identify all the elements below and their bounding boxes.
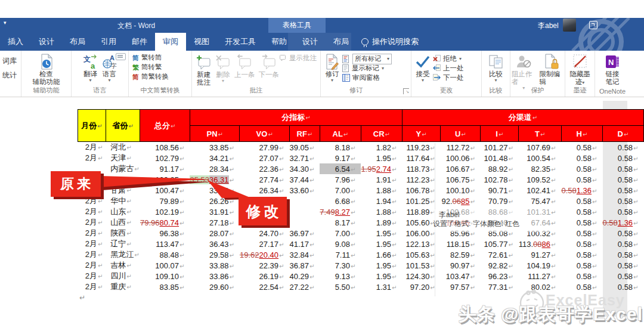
table-cell[interactable]: 102.78↵ — [481, 174, 519, 185]
show-markup-button[interactable]: 显示标记 ▾ — [342, 64, 392, 73]
table-cell[interactable]: 101.53↵ — [402, 260, 440, 271]
table-cell[interactable]: 101.48↵ — [481, 153, 519, 163]
table-cell[interactable]: 0.58↵ — [602, 142, 643, 153]
thesaurus-button[interactable]: 词库 — [2, 56, 20, 66]
table-cell[interactable]: 27.17↵ — [240, 239, 289, 249]
table-cell[interactable]: 28.34↵ — [190, 163, 239, 174]
table-cell[interactable]: 2月↵ — [78, 228, 106, 239]
table-cell[interactable]: 0.58↵ — [602, 185, 643, 196]
table-cell[interactable]: 107.69↵ — [519, 142, 562, 153]
table-cell[interactable]: 华中↵ — [106, 196, 140, 206]
table-cell[interactable]: 1.95↵ — [361, 239, 402, 249]
table-cell[interactable]: 22.54↵ — [240, 281, 289, 292]
compare-button[interactable]: 比较 ▾ — [487, 52, 505, 83]
table-cell[interactable]: 1.95↵ — [361, 260, 402, 271]
table-cell[interactable]: 26.19↵ — [240, 271, 289, 281]
table-cell[interactable]: 2月↵ — [78, 260, 106, 271]
tab-4[interactable]: 邮件 — [124, 33, 155, 51]
check-accessibility-button[interactable]: 检查 辅助功能 — [32, 52, 61, 86]
table-cell[interactable]: 32.71↵ — [289, 153, 320, 163]
reviewing-pane-button[interactable]: 审阅窗格 — [342, 73, 392, 82]
table-cell[interactable]: 75.47↵ — [519, 196, 562, 206]
table-cell[interactable]: 102.41↵ — [519, 185, 562, 196]
table-cell[interactable]: 33.60↵ — [289, 185, 320, 196]
table-cell[interactable]: 0.58↵ — [561, 249, 602, 260]
block-authors-button[interactable]: 阻止作者 ▾ — [510, 52, 537, 91]
table-cell[interactable]: 0.58↵ — [561, 271, 602, 281]
table-cell[interactable]: 22.36↵ — [240, 163, 289, 174]
table-cell[interactable]: 96.38↵ — [140, 228, 190, 239]
user-name[interactable]: 李abel — [538, 21, 559, 31]
table-cell[interactable]: 33.85↵ — [190, 142, 239, 153]
table-cell[interactable]: 79.9680.74↵ — [140, 217, 190, 228]
table-cell[interactable]: 0.58↵ — [602, 174, 643, 185]
reject-button[interactable]: 拒绝 ▾ — [433, 54, 464, 63]
table-cell[interactable]: 2月↵ — [78, 153, 106, 163]
table-cell[interactable]: 100.47↵ — [140, 185, 190, 196]
table-cell[interactable]: 31.91↵ — [190, 206, 239, 217]
table-cell[interactable]: 106.67↵ — [441, 163, 481, 174]
show-comments-button[interactable]: 显示批注 — [280, 54, 317, 63]
table-cell[interactable]: 9.08↵ — [320, 239, 361, 249]
table-cell[interactable]: 7.00↵ — [320, 228, 361, 239]
table-cell[interactable]: 113.47↵ — [140, 239, 190, 249]
display-for-review-combo[interactable]: 所有标记▾ — [342, 54, 392, 63]
table-cell[interactable]: 0.58↵ — [561, 239, 602, 249]
table-cell[interactable]: 0.58↵ — [602, 281, 643, 292]
table-cell[interactable]: 109.52↵ — [519, 174, 562, 185]
table-cell[interactable]: 24.70↵ — [240, 228, 289, 239]
next-change-button[interactable]: 下一处 — [433, 73, 464, 82]
table-cell[interactable]: 91.17↵ — [140, 163, 190, 174]
keyboard-icon[interactable] — [116, 53, 126, 60]
table-cell[interactable]: 100.07↵ — [140, 260, 190, 271]
table-cell[interactable]: 0.58↵ — [602, 163, 643, 174]
table-cell[interactable]: 33.86↵ — [190, 271, 239, 281]
table-cell[interactable]: 83.85↵ — [140, 281, 190, 292]
table-cell[interactable]: 0.58↵ — [602, 271, 643, 281]
table-cell[interactable]: 0.58↵ — [602, 239, 643, 249]
table-cell[interactable]: 2月↵ — [78, 142, 106, 153]
table-cell[interactable]: 27.22↵ — [289, 281, 320, 292]
table-cell[interactable]: 陕西↵ — [106, 228, 140, 239]
table-cell[interactable]: 1.88↵ — [361, 185, 402, 196]
table-cell[interactable]: 72.61↵ — [481, 249, 519, 260]
track-changes-button[interactable]: 修订 ▾ — [323, 52, 341, 83]
table-cell[interactable]: 山东↵ — [106, 206, 140, 217]
table-cell[interactable]: 82.59↵ — [441, 249, 481, 260]
table-cell[interactable]: 101.25↵ — [402, 196, 440, 206]
table-cell[interactable]: 100.10↵ — [441, 185, 481, 196]
table-cell[interactable]: 40.29↵ — [289, 271, 320, 281]
table-cell[interactable]: 35.5336.31↵ — [190, 174, 239, 185]
table-cell[interactable]: 2月↵ — [78, 206, 106, 217]
table-cell[interactable]: 109.10↵ — [140, 271, 190, 281]
table-cell[interactable]: 104.19↵ — [519, 260, 562, 271]
table-cell[interactable]: 118.15↵ — [441, 239, 481, 249]
table-cell[interactable]: 重庆↵ — [106, 281, 140, 292]
table-cell[interactable]: 22.39↵ — [240, 260, 289, 271]
table-cell[interactable]: 2月↵ — [78, 249, 106, 260]
table-cell[interactable]: 7.00↵ — [320, 185, 361, 196]
tab-6[interactable]: 视图 — [186, 33, 217, 51]
table-cell[interactable]: 26.26↵ — [190, 196, 239, 206]
tab-2[interactable]: 布局 — [62, 33, 93, 51]
table-cell[interactable]: 97.20↵ — [402, 281, 440, 292]
delete-comment-button[interactable]: 删除 ▾ — [214, 53, 232, 83]
table-cell[interactable]: 101.27↵ — [481, 142, 519, 153]
table-cell[interactable]: 8.18↵ — [320, 142, 361, 153]
table-cell[interactable]: 9.17↵ — [320, 153, 361, 163]
table-cell[interactable]: 天津↵ — [106, 153, 140, 163]
table-cell[interactable]: 88.48↵ — [140, 249, 190, 260]
table-cell[interactable]: 0.58↵ — [561, 142, 602, 153]
table-cell[interactable]: 1.31↵ — [361, 281, 402, 292]
table-cell[interactable]: 6.54↵ — [320, 163, 361, 174]
tab-0[interactable]: 插入 — [0, 33, 31, 51]
table-cell[interactable]: 5.50↵ — [320, 281, 361, 292]
table-cell[interactable]: 1.82↵ — [361, 142, 402, 153]
table-cell[interactable]: 82.35↵ — [519, 163, 562, 174]
table-cell[interactable]: 33.98↵ — [190, 185, 239, 196]
table-cell[interactable]: 7.11↵ — [320, 249, 361, 260]
table-cell[interactable]: 97.57↵ — [441, 281, 481, 292]
table-cell[interactable]: 1.89↵ — [361, 217, 402, 228]
table-cell[interactable]: 0.58↵ — [602, 228, 643, 239]
table-cell[interactable]: 39.05↵ — [289, 142, 320, 153]
